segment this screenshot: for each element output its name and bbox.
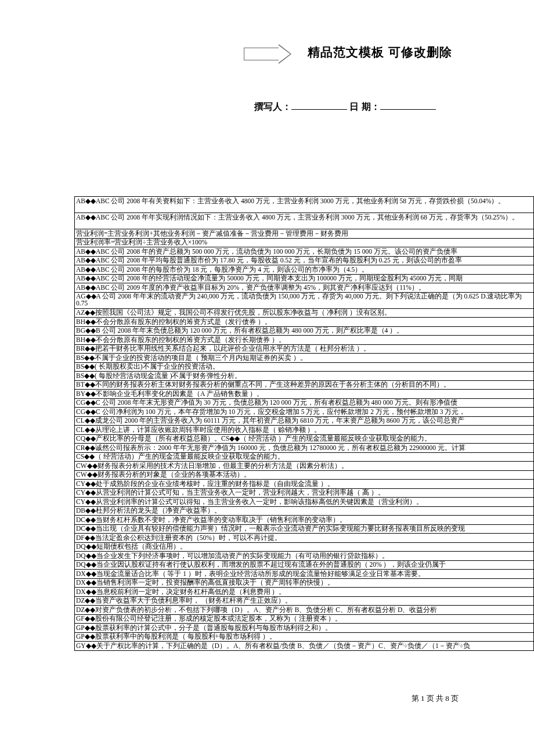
table-row: CG◆◆C 公司 2008 年年末无形资产净值为 30 万元，负债总额为 120… [75,398,534,408]
table-cell: BY◆◆不影响企业毛利率变化的因素是（A 产品销售数量 ）。 [75,390,534,399]
table-row: DQ◆◆当企业发生下列经济事项时，可以增加流动资产的实际变现能力（有可动用的银行… [75,552,534,561]
table-cell: CR◆◆诚然公司报表所示：2000 年年无形资产净值为 160000 元，负债总… [75,444,534,453]
author-date-line: 撰写人： 日 期： [254,101,436,113]
table-row: DZ◆◆当资产收益率大于负债利息率时， （财务杠杆将产生正效应）。 [75,596,534,606]
table-row: AB◆◆ABC 公司 2009 年度的净资产收益率目标为 20%，资产负债率调整… [75,283,534,293]
date-label: 日 期： [349,102,380,111]
table-row: CG◆◆C 公司净利润为 100 万元，本年存货增加为 10 万元，应交税金增加… [75,408,534,417]
table-cell: DQ◆◆当企业因认股权证持有者行使认股权利，而增发的股票不超过现有流通在外的普通… [75,560,534,570]
table-row: DC◆◆当出现（企业具有较好的偿债能力声誉）情况时，一般表示企业流动资产的实际变… [75,524,534,534]
table-row: DX◆◆当现金流量适合比率（ 等于 1 ）时，表明企业经营活动所形成的现金流量恰… [75,570,534,579]
table-row: BS◆◆不属于企业的投资活动的项目是（ 预期三个月内短期证券的买卖 ）。 [75,354,534,363]
table-cell: DX◆◆当销售利润率一定时，投资报酬率的高低直接取决于（ 资产周转率的快慢）。 [75,578,534,588]
table-row: CR◆◆诚然公司报表所示：2000 年年无形资产净值为 160000 元，负债总… [75,444,534,453]
table-row: BS◆◆( 每股经营活动现金流量 )不属于财务弹性分析。 [75,372,534,381]
table-row: AG◆◆A 公司 2008 年年末的流动资产为 240,000 万元，流动负债为… [75,292,534,308]
table-row: BT◆◆不同的财务报表分析主体对财务报表分析的侧重点不同，产生这种差异的原因在于… [75,380,534,390]
table-cell: AB◆◆ABC 公司 2008 年的资产总额为 500 000 万元，流动负债为… [75,247,534,257]
table-row: BY◆◆不影响企业毛利率变化的因素是（A 产品销售数量 ）。 [75,390,534,399]
table-row: DQ◆◆当企业因认股权证持有者行使认股权利，而增发的股票不超过现有流通在外的普通… [75,560,534,570]
table-cell: BH◆◆不会分散原有股东的控制权的筹资方式是（发行长期债券 ）。 [75,336,534,345]
table-cell: AB◆◆ABC 公司 2008 年的每股市价为 18 元，每股净资产为 4 元，… [75,265,534,275]
table-cell: AZ◆◆按照我国《公司法》规定，我国公司不得发行优先股，所以股东净收益与（ 净利… [75,308,534,318]
table-row: 营业利润=主营业务利润+其他业务利润－资产减值准备－营业费用－管理费用－财务费用 [75,229,534,239]
table-cell: GP◆◆股票获利率中的每股利润是（ 每股股利+每股市场利得 ）。 [75,632,534,642]
table-row: CW◆◆财务报表分析的对象是（企业的各项基本活动）。 [75,470,534,480]
table-cell: GF◆◆股份有限公司经登记注册，形成的核定股本或法定股本，又称为（ 注册资本 ）… [75,614,534,624]
table-row: DX◆◆当息税前利润一定时，决定财务杠杆高低的是（利息费用 ）。 [75,588,534,597]
table-row: DX◆◆当销售利润率一定时，投资报酬率的高低直接取决于（ 资产周转率的快慢）。 [75,578,534,588]
table-row: BH◆◆不会分散原有股东的控制权的筹资方式是（发行长期债券 ）。 [75,336,534,345]
table-cell: DQ◆◆当企业发生下列经济事项时，可以增加流动资产的实际变现能力（有可动用的银行… [75,552,534,561]
table-row: AB◆◆ABC 公司 2008 年的经营活动现金净流量为 50000 万元，同期… [75,274,534,283]
table-row: DQ◆◆短期债权包括（商业信用）。 [75,542,534,552]
content-table: AB◆◆ABC 公司 2008 年有关资料如下：主营业务收入 4800 万元，主… [74,196,534,651]
table-row: GF◆◆股份有限公司经登记注册，形成的核定股本或法定股本，又称为（ 注册资本 ）… [75,614,534,624]
table-cell: CS◆◆（ 经营活动）产生的现金流量最能反映企业获取现金的能力。 [75,452,534,462]
table-cell: AB◆◆ABC 公司 2008 年有关资料如下：主营业务收入 4800 万元，主… [75,197,534,213]
table-cell: CW◆◆财务报表分析的对象是（企业的各项基本活动）。 [75,470,534,480]
table-cell: BS◆◆( 每股经营活动现金流量 )不属于财务弹性分析。 [75,372,534,381]
table-cell: DF◆◆当法定盈余公积达到注册资本的（50%）时，可以不再计提。 [75,534,534,543]
author-label: 撰写人： [254,102,291,111]
table-cell: AB◆◆ABC 公司 2009 年度的净资产收益率目标为 20%，资产负债率调整… [75,283,534,293]
table-cell: BG◆◆B 公司 2008 年年末负债总额为 120 000 万元，所有者权益总… [75,326,534,336]
table-row: BR◆◆把若干财务比率用线性关系结合起来，以此评价企业信用水平的方法是（ 杜邦分… [75,344,534,354]
table-cell: AB◆◆ABC 公司 2008 年的经营活动现金净流量为 50000 万元，同期… [75,274,534,283]
table-row: BH◆◆不会分散原有股东的控制权的筹资方式是（发行债券 ）。 [75,318,534,327]
table-row: AB◆◆ABC 公司 2008 年有关资料如下：主营业务收入 4800 万元，主… [75,197,534,213]
table-row: DC◆◆当财务杠杆系数不变时，净资产收益率的变动率取决于（销售利润率的变动率）。 [75,516,534,525]
arrow-body [244,48,279,60]
author-blank [291,102,347,110]
table-row: GP◆◆股票获利率的计算公式中，分子是（普通股每股股利与每股市场利得之和）。 [75,624,534,633]
table-cell: DZ◆◆对资产负债表的初步分析，不包括下列哪项（D）。A、资产分析 B、负债分析… [75,606,534,615]
table-cell: CY◆◆处于成熟阶段的企业在业绩考核时，应注重的财务指标是（自由现金流量 ）。 [75,480,534,489]
table-cell: CY◆◆从营业利润的计算公式可知，当主营业务收入一定时，营业利润越大，营业利润率… [75,488,534,498]
table-row: CL◆◆从理论上讲，计算应收账款周转率时应使用的收入指标是（ 赊销净额 ）。 [75,426,534,435]
table-row: BG◆◆B 公司 2008 年年末负债总额为 120 000 万元，所有者权益总… [75,326,534,336]
table-row: CY◆◆处于成熟阶段的企业在业绩考核时，应注重的财务指标是（自由现金流量 ）。 [75,480,534,489]
table-cell: GP◆◆股票获利率的计算公式中，分子是（普通股每股股利与每股市场利得之和）。 [75,624,534,633]
table-cell: CQ◆◆产权比率的分母是（所有者权益总额）。CS◆◆（ 经营活动 ）产生的现金流… [75,434,534,444]
table-cell: DB◆◆杜邦分析法的龙头是（净资产收益率）。 [75,506,534,516]
page-footer: 第 1 页 共 8 页 [412,693,459,704]
table-cell: DC◆◆当出现（企业具有较好的偿债能力声誉）情况时，一般表示企业流动资产的实际变… [75,524,534,534]
table-cell: DQ◆◆短期债权包括（商业信用）。 [75,542,534,552]
table-row: DB◆◆杜邦分析法的龙头是（净资产收益率）。 [75,506,534,516]
table-cell: DX◆◆当现金流量适合比率（ 等于 1 ）时，表明企业经营活动所形成的现金流量恰… [75,570,534,579]
table-row: 营业利润率=营业利润÷主营业务收入×100% [75,238,534,247]
table-row: AB◆◆ABC 公司 2008 年平均每股普通股市价为 17.80 元，每股收益… [75,256,534,265]
table-row: CQ◆◆产权比率的分母是（所有者权益总额）。CS◆◆（ 经营活动 ）产生的现金流… [75,434,534,444]
table-row: GP◆◆股票获利率中的每股利润是（ 每股股利+每股市场利得 ）。 [75,632,534,642]
table-cell: CG◆◆C 公司净利润为 100 万元，本年存货增加为 10 万元，应交税金增加… [75,408,534,417]
table-cell: AB◆◆ABC 公司 2008 年年实现利润情况如下：主营业务收入 4800 万… [75,213,534,229]
table-row: AB◆◆ABC 公司 2008 年年实现利润情况如下：主营业务收入 4800 万… [75,213,534,229]
table-cell: BS◆◆不属于企业的投资活动的项目是（ 预期三个月内短期证券的买卖 ）。 [75,354,534,363]
table-row: CW◆◆财务报表分析采用的技术方法日渐增加，但最主要的分析方法是（因素分析法）。 [75,462,534,471]
table-cell: AG◆◆A 公司 2008 年年末的流动资产为 240,000 万元，流动负债为… [75,292,534,308]
table-cell: 营业利润=主营业务利润+其他业务利润－资产减值准备－营业费用－管理费用－财务费用 [75,229,534,239]
table-row: AB◆◆ABC 公司 2008 年的资产总额为 500 000 万元，流动负债为… [75,247,534,257]
table-row: DF◆◆当法定盈余公积达到注册资本的（50%）时，可以不再计提。 [75,534,534,543]
table-row: BS◆◆( 长期股权卖出)不属于企业的投资活动。 [75,362,534,372]
table-row: CY◆◆从营业利润率的计算公式可以得知，当主营业务收入一定时，影响该指标高低的关… [75,498,534,507]
table-row: CS◆◆（ 经营活动）产生的现金流量最能反映企业获取现金的能力。 [75,452,534,462]
document-title: 精品范文模板 可修改删除 [308,44,452,60]
arrow-head [279,44,291,64]
table-cell: BH◆◆不会分散原有股东的控制权的筹资方式是（发行债券 ）。 [75,318,534,327]
table-cell: CL◆◆从理论上讲，计算应收账款周转率时应使用的收入指标是（ 赊销净额 ）。 [75,426,534,435]
table-cell: DX◆◆当息税前利润一定时，决定财务杠杆高低的是（利息费用 ）。 [75,588,534,597]
table-cell: CW◆◆财务报表分析采用的技术方法日渐增加，但最主要的分析方法是（因素分析法）。 [75,462,534,471]
table-cell: CY◆◆从营业利润率的计算公式可以得知，当主营业务收入一定时，影响该指标高低的关… [75,498,534,507]
table-cell: DC◆◆当财务杠杆系数不变时，净资产收益率的变动率取决于（销售利润率的变动率）。 [75,516,534,525]
table-cell: BS◆◆( 长期股权卖出)不属于企业的投资活动。 [75,362,534,372]
table-cell: CL◆◆成龙公司 2000 年的主营业务收入为 60111 万元，其年初资产总额… [75,416,534,426]
table-row: CY◆◆从营业利润的计算公式可知，当主营业务收入一定时，营业利润越大，营业利润率… [75,488,534,498]
date-blank [380,102,436,110]
table-row: AZ◆◆按照我国《公司法》规定，我国公司不得发行优先股，所以股东净收益与（ 净利… [75,308,534,318]
table-cell: DZ◆◆当资产收益率大于负债利息率时， （财务杠杆将产生正效应）。 [75,596,534,606]
table-cell: CG◆◆C 公司 2008 年年末无形资产净值为 30 万元，负债总额为 120… [75,398,534,408]
table-row: AB◆◆ABC 公司 2008 年的每股市价为 18 元，每股净资产为 4 元，… [75,265,534,275]
table-cell: BT◆◆不同的财务报表分析主体对财务报表分析的侧重点不同，产生这种差异的原因在于… [75,380,534,390]
table-cell: 营业利润率=营业利润÷主营业务收入×100% [75,238,534,247]
